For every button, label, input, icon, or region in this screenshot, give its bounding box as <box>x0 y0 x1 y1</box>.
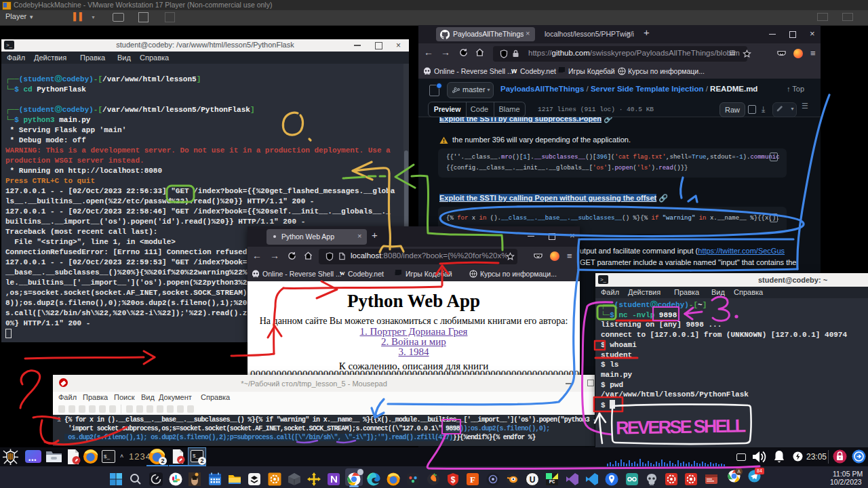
svg-text:REVERSE SHELL: REVERSE SHELL <box>616 415 746 438</box>
